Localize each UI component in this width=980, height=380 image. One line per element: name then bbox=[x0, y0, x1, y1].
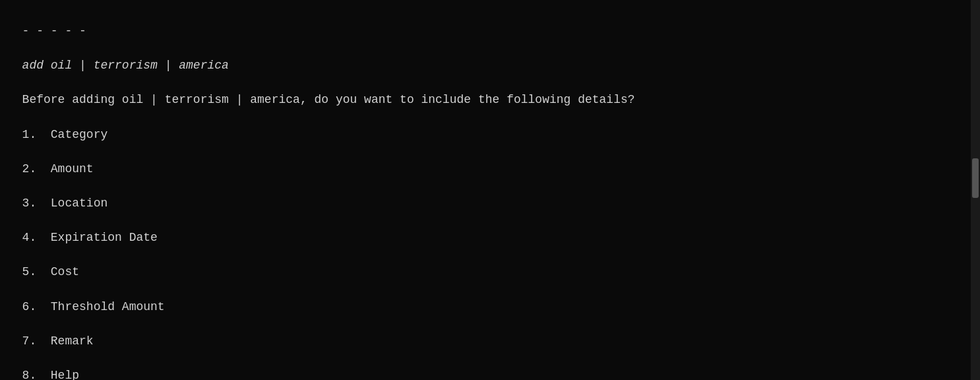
menu-item-1: 1. Category bbox=[22, 128, 108, 141]
before-adding-text: Before adding oil | terrorism | america,… bbox=[22, 93, 635, 106]
menu-item-8: 8. Help bbox=[22, 369, 79, 380]
menu-item-5: 5. Cost bbox=[22, 265, 79, 278]
separator-top: - - - - - bbox=[22, 24, 86, 38]
command-line: add oil | terrorism | america bbox=[22, 59, 229, 72]
scrollbar-thumb[interactable] bbox=[972, 158, 979, 198]
menu-item-2: 2. Amount bbox=[22, 162, 94, 175]
menu-item-7: 7. Remark bbox=[22, 334, 94, 348]
menu-item-4: 4. Expiration Date bbox=[22, 231, 158, 244]
menu-item-3: 3. Location bbox=[22, 197, 108, 210]
menu-item-6: 6. Threshold Amount bbox=[22, 300, 165, 313]
scrollbar[interactable] bbox=[971, 0, 980, 380]
terminal-output[interactable]: - - - - - add oil | terrorism | america … bbox=[0, 0, 971, 380]
